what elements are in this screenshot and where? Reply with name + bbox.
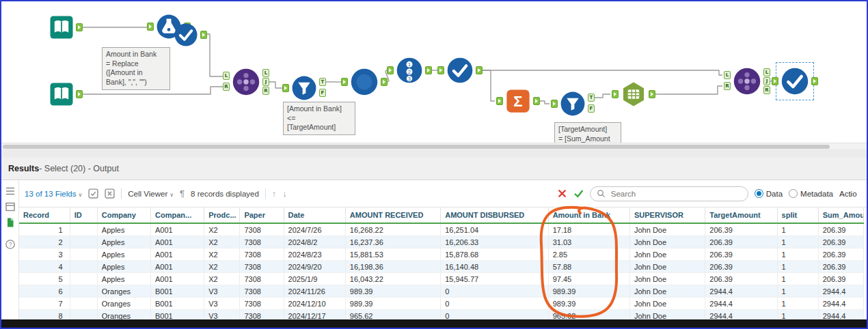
cell[interactable]: 16,268.22 [345,223,440,236]
column-header[interactable]: Paper [240,208,284,223]
cell[interactable]: A001 [151,261,204,273]
cell[interactable]: 7 [19,298,70,310]
output-anchor[interactable] [649,90,655,98]
cell[interactable] [70,248,97,261]
cell[interactable]: 989.39 [548,285,629,298]
cell[interactable]: 57.88 [548,261,629,273]
cell[interactable]: 16,043.22 [345,273,440,285]
cell[interactable]: John Doe [629,273,705,285]
cell[interactable]: 2944.4 [818,298,863,310]
table-row[interactable]: 3ApplesA001X273082024/8/2315,881.5315,87… [19,248,864,261]
cell[interactable]: 15,881.53 [345,248,440,261]
cell[interactable]: 1 [777,273,818,285]
cell[interactable]: John Doe [629,248,705,261]
cell[interactable]: 2024/12/10 [284,298,345,310]
cell[interactable]: 989.39 [548,298,629,310]
table-row[interactable]: 8OrangesB001V373082024/12/17965.620965.6… [19,310,864,320]
tool-annotation[interactable]: [Amount in Bank]<=[TargetAmount] [283,102,355,135]
cell[interactable]: 2025/1/9 [284,273,345,285]
cell[interactable] [70,261,97,273]
anchor-outj[interactable]: J [262,78,269,86]
cell[interactable]: 8 [19,310,70,320]
cell[interactable]: X2 [204,223,240,236]
cell[interactable]: 16,237.36 [345,236,440,248]
cell[interactable]: 206.39 [818,236,863,248]
green-document-icon[interactable] [5,217,16,228]
cell[interactable]: 17.18 [548,223,629,236]
cell[interactable]: Apples [97,273,150,285]
cell[interactable]: 2024/8/23 [284,248,345,261]
input-anchor[interactable] [387,66,394,74]
cell[interactable] [70,298,97,310]
cell[interactable]: 16,140.48 [441,261,548,273]
browse-tool-2[interactable] [446,57,474,84]
output-anchor[interactable] [476,66,483,74]
output-anchor[interactable] [533,97,540,105]
cell[interactable]: 206.39 [705,236,777,248]
browse-tool-1[interactable] [174,23,198,47]
anchor-outf[interactable]: F [319,89,326,97]
cell[interactable]: 7308 [240,223,284,236]
anchor-outt[interactable]: T [588,94,595,102]
cell[interactable]: 7308 [240,298,284,310]
anchor-inl[interactable]: L [724,71,731,79]
cell[interactable]: 206.39 [705,248,777,261]
input-data-tool-2[interactable] [49,82,74,106]
cell[interactable]: V3 [204,310,240,320]
cell[interactable]: John Doe [629,223,705,236]
cell[interactable]: 5 [19,273,70,285]
anchor-inl[interactable]: L [223,72,230,80]
record-id-tool[interactable]: 123 [396,57,423,84]
output-anchor[interactable] [76,90,83,98]
cell[interactable]: 2944.4 [818,285,863,298]
cell[interactable]: 7308 [240,285,284,298]
input-anchor[interactable] [282,84,289,92]
search-input[interactable] [610,189,742,199]
cell[interactable]: 6 [19,285,70,298]
cell[interactable]: 206.39 [818,223,863,236]
filter-tool-1[interactable]: TF [291,75,317,101]
cell[interactable]: Oranges [97,310,150,320]
workflow-canvas[interactable]: LRLJRTF123ΣTFLRLJRAmount in Bank= Replac… [1,1,867,143]
table-row[interactable]: 5ApplesA001X273082025/1/916,043.2215,945… [19,273,864,285]
cell[interactable]: 16,206.33 [441,236,548,248]
input-anchor[interactable] [551,100,558,108]
cell[interactable]: 2 [19,236,70,248]
table-row[interactable]: 4ApplesA001X273082024/9/2016,198.3616,14… [19,261,864,273]
tool-annotation[interactable]: Amount in Bank= Replace([Amount inBank],… [102,47,170,90]
search-box[interactable] [590,186,748,201]
table-row[interactable]: 2ApplesA001X273082024/8/216,237.3616,206… [19,236,864,248]
column-header[interactable]: Amount in Bank [548,208,629,223]
cell[interactable]: 2024/11/26 [284,285,345,298]
anchor-outr[interactable]: R [763,86,770,94]
cell[interactable] [70,273,97,285]
cell[interactable]: 2024/7/26 [284,223,345,236]
cell[interactable]: 0 [441,310,548,320]
cell[interactable]: 1 [777,236,818,248]
select-all-checkbox-icon[interactable] [88,188,98,199]
cell[interactable]: 1 [777,261,818,273]
cell[interactable]: X2 [204,261,240,273]
up-arrow-icon[interactable]: ↑ [272,188,277,199]
cell[interactable] [70,236,97,248]
output-anchor[interactable] [200,31,207,39]
cell[interactable]: 965.62 [345,310,440,320]
cell[interactable]: John Doe [629,261,705,273]
cell[interactable]: 206.39 [818,273,863,285]
cell[interactable]: B001 [151,310,204,320]
anchor-outr[interactable]: R [262,87,269,95]
cell[interactable]: 1 [777,310,818,320]
scrollbar-thumb[interactable] [3,145,830,149]
cell[interactable]: Apples [97,236,150,248]
radio-group-metadata[interactable]: Metadata [789,189,833,198]
cell[interactable]: 989.39 [345,285,440,298]
column-header[interactable]: Prodc... [204,208,240,223]
output-anchor[interactable] [76,23,83,31]
summarize-tool[interactable]: Σ [505,88,531,114]
column-header[interactable]: Sum_Amount i [818,208,863,223]
cell[interactable]: 2944.4 [705,298,777,310]
cell[interactable]: 16,251.04 [441,223,548,236]
actions-label-truncated[interactable]: Actio [839,190,860,198]
table-row[interactable]: 6OrangesB001V373082024/11/26989.390989.3… [19,285,864,298]
column-header[interactable]: AMOUNT RECEIVED [345,208,440,223]
